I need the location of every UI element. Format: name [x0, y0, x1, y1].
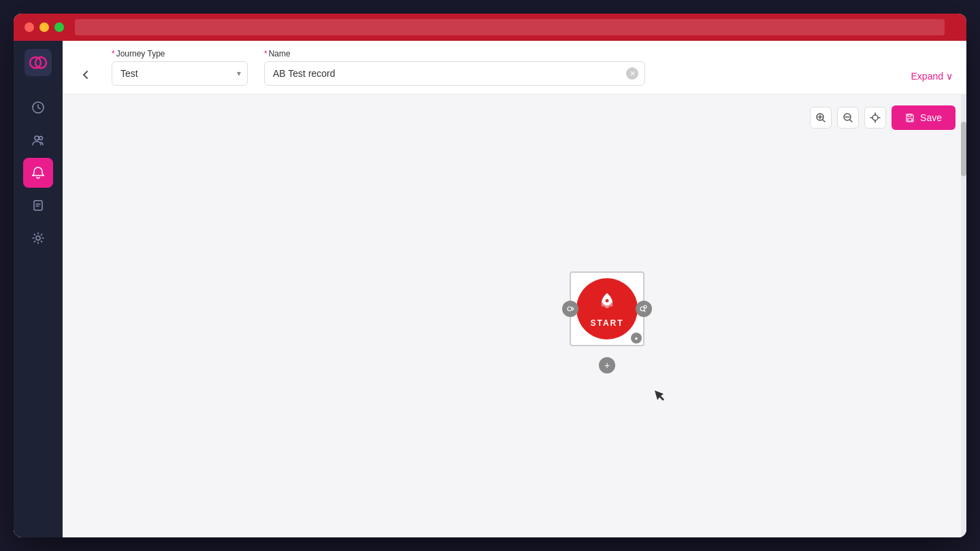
svg-rect-5 — [34, 201, 42, 210]
plus-icon: + — [604, 360, 610, 371]
svg-point-17 — [644, 305, 647, 308]
journey-type-label: *Journey Type — [112, 49, 248, 59]
start-node-container: START ● — [570, 271, 644, 346]
journey-type-select-wrapper[interactable]: Test ▾ — [112, 61, 248, 86]
locate-button[interactable] — [864, 107, 886, 129]
save-label: Save — [920, 112, 942, 123]
svg-rect-11 — [908, 114, 911, 116]
name-label: *Name — [264, 49, 645, 59]
add-node-button[interactable]: + — [599, 357, 615, 373]
zoom-out-button[interactable] — [837, 107, 859, 129]
clear-input-button[interactable]: ✕ — [626, 67, 638, 80]
name-input-wrapper: ✕ — [264, 61, 645, 86]
back-button[interactable] — [76, 65, 95, 84]
start-label: START — [590, 318, 623, 328]
start-node-box[interactable]: START ● — [570, 271, 644, 346]
expand-label: Expand — [911, 71, 943, 82]
rocket-icon — [596, 290, 618, 317]
sidebar-item-notifications[interactable] — [23, 158, 53, 188]
main-area: *Journey Type Test ▾ *Name — [63, 41, 966, 537]
journey-type-field: *Journey Type Test ▾ — [112, 49, 248, 86]
sidebar-item-settings[interactable] — [23, 223, 53, 253]
top-bar: *Journey Type Test ▾ *Name — [63, 41, 966, 95]
sidebar-item-users[interactable] — [23, 125, 53, 155]
svg-point-12 — [568, 307, 572, 311]
sidebar-nav — [14, 93, 63, 529]
svg-point-9 — [872, 115, 878, 120]
sidebar-logo — [24, 49, 52, 76]
left-connector[interactable] — [562, 301, 578, 317]
address-bar[interactable] — [75, 19, 945, 35]
start-circle: START — [576, 278, 638, 339]
name-required: * — [264, 49, 267, 59]
scrollbar[interactable] — [961, 95, 966, 537]
expand-button[interactable]: Expand ∨ — [911, 71, 953, 82]
save-button[interactable]: Save — [892, 105, 956, 130]
svg-point-14 — [610, 301, 613, 307]
svg-point-6 — [36, 236, 40, 240]
canvas-toolbar: Save — [810, 105, 956, 130]
journey-type-select[interactable]: Test — [112, 61, 248, 86]
traffic-light-maximize[interactable] — [54, 22, 64, 32]
canvas-area: Save — [63, 95, 966, 537]
sidebar — [14, 41, 63, 537]
name-field: *Name ✕ — [264, 49, 645, 86]
traffic-light-close[interactable] — [24, 22, 34, 32]
scrollbar-thumb[interactable] — [961, 122, 966, 176]
zoom-in-button[interactable] — [810, 107, 832, 129]
name-input[interactable] — [264, 61, 645, 86]
node-settings-indicator: ● — [631, 333, 642, 344]
browser-titlebar — [14, 14, 966, 41]
svg-point-4 — [39, 137, 43, 140]
svg-point-13 — [602, 301, 605, 307]
chevron-down-icon: ∨ — [946, 71, 953, 82]
sidebar-item-clock[interactable] — [23, 93, 53, 122]
traffic-light-minimize[interactable] — [39, 22, 49, 32]
traffic-lights — [24, 22, 64, 32]
sidebar-item-reports[interactable] — [23, 190, 53, 220]
journey-type-required: * — [112, 49, 115, 59]
svg-point-15 — [606, 299, 609, 302]
cursor — [655, 390, 664, 404]
svg-rect-10 — [908, 118, 912, 121]
right-connector[interactable] — [636, 301, 652, 317]
svg-point-3 — [35, 136, 39, 140]
